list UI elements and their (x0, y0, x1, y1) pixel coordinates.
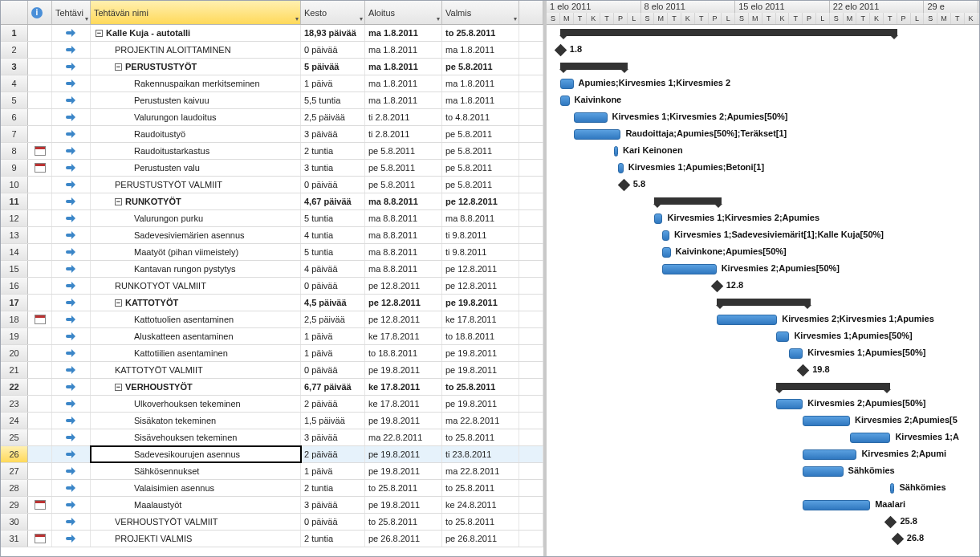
finish-cell[interactable]: ti 9.8.2011 (442, 227, 519, 243)
duration-cell[interactable]: 0 päivää (301, 278, 365, 294)
finish-cell[interactable]: ke 17.8.2011 (442, 311, 519, 327)
start-cell[interactable]: pe 26.8.2011 (365, 531, 442, 547)
task-name-cell[interactable]: Maalaustyöt (91, 497, 301, 513)
gantt-task-bar[interactable] (890, 483, 894, 494)
finish-cell[interactable]: ke 24.8.2011 (442, 497, 519, 513)
gantt-row[interactable]: Kari Keinonen (547, 143, 979, 160)
task-row[interactable]: 24Sisäkaton tekeminen1,5 päivääpe 19.8.2… (1, 413, 543, 429)
collapse-toggle[interactable]: − (115, 299, 122, 307)
extra-cell[interactable] (519, 278, 543, 294)
row-number[interactable]: 5 (1, 92, 28, 108)
gantt-task-bar[interactable] (574, 129, 621, 140)
task-row[interactable]: 26Sadevesikourujen asennus2 päivääpe 19.… (1, 446, 543, 463)
finish-cell[interactable]: pe 5.8.2011 (442, 160, 519, 176)
gantt-milestone[interactable] (555, 44, 567, 57)
task-name-cell[interactable]: −Kalle Kuja - autotalli (91, 25, 301, 41)
duration-cell[interactable]: 2 päivää (301, 396, 365, 412)
finish-cell[interactable]: to 18.8.2011 (442, 328, 519, 344)
task-row[interactable]: 14Maatyöt (pihan viimeistely)5 tuntiama … (1, 244, 543, 261)
task-name-cell[interactable]: PROJEKTI VALMIS (91, 531, 301, 547)
gantt-task-bar[interactable] (614, 146, 618, 157)
extra-cell[interactable] (519, 160, 543, 176)
task-row[interactable]: 29Maalaustyöt3 päivääpe 19.8.2011ke 24.8… (1, 497, 543, 514)
row-number[interactable]: 18 (1, 311, 28, 327)
task-row[interactable]: 21KATTOTYÖT VALMIIT0 päivääpe 19.8.2011p… (1, 362, 543, 379)
row-number[interactable]: 17 (1, 295, 28, 311)
task-row[interactable]: 12Valurungon purku5 tuntiama 8.8.2011ma … (1, 210, 543, 227)
task-name-cell[interactable]: PROJEKTIN ALOITTAMINEN (91, 42, 301, 58)
row-number[interactable]: 26 (1, 446, 28, 462)
row-number[interactable]: 7 (1, 126, 28, 142)
duration-cell[interactable]: 4,5 päivää (301, 295, 365, 311)
duration-cell[interactable]: 4,67 päivää (301, 193, 365, 209)
gantt-row[interactable]: Kirvesmies 1;Sadevesiviemärit[1];Kalle K… (547, 227, 979, 244)
duration-cell[interactable]: 2 tuntia (301, 143, 365, 159)
gantt-task-bar[interactable] (789, 348, 803, 359)
finish-cell[interactable]: ti 23.8.2011 (442, 446, 519, 462)
extra-cell[interactable] (519, 396, 543, 412)
gantt-row[interactable]: Apumies;Kirvesmies 1;Kirvesmies 2 (547, 75, 979, 92)
duration-cell[interactable]: 6,77 päivää (301, 379, 365, 395)
task-row[interactable]: 20Kattotiilien asentaminen1 päiväto 18.8… (1, 345, 543, 362)
col-tehtavan-nimi[interactable]: Tehtävän nimi▾ (91, 1, 301, 24)
row-number[interactable]: 25 (1, 429, 28, 445)
gantt-row[interactable] (547, 295, 979, 311)
gantt-row[interactable]: Kirvesmies 1;Apumies;Betoni[1] (547, 160, 979, 177)
gantt-task-bar[interactable] (574, 112, 608, 123)
gantt-row[interactable]: Raudoittaja;Apumies[50%];Teräkset[1] (547, 126, 979, 143)
finish-cell[interactable]: pe 19.8.2011 (442, 345, 519, 361)
gantt-task-bar[interactable] (717, 315, 778, 325)
row-number[interactable]: 2 (1, 42, 28, 58)
gantt-task-bar[interactable] (803, 449, 856, 460)
row-number[interactable]: 12 (1, 210, 28, 226)
task-name-cell[interactable]: Kattotiilien asentaminen (91, 345, 301, 361)
start-cell[interactable]: pe 19.8.2011 (365, 413, 442, 429)
row-number[interactable]: 4 (1, 75, 28, 91)
extra-cell[interactable] (519, 429, 543, 445)
gantt-task-bar[interactable] (560, 96, 570, 106)
extra-cell[interactable] (519, 143, 543, 159)
gantt-row[interactable]: Maalari (547, 497, 979, 514)
task-name-cell[interactable]: Aluskatteen asentaminen (91, 328, 301, 344)
duration-cell[interactable]: 1 päivä (301, 75, 365, 91)
task-name-cell[interactable]: Sähkösennukset (91, 463, 301, 479)
gantt-row[interactable]: 19.8 (547, 362, 979, 379)
duration-cell[interactable]: 0 päivää (301, 42, 365, 58)
task-name-cell[interactable]: −KATTOTYÖT (91, 295, 301, 311)
start-cell[interactable]: ma 1.8.2011 (365, 59, 442, 75)
task-name-cell[interactable]: Ulkoverhouksen tekeminen (91, 396, 301, 412)
grid-body[interactable]: 1−Kalle Kuja - autotalli18,93 päivääma 1… (1, 25, 543, 556)
finish-cell[interactable]: to 4.8.2011 (442, 109, 519, 125)
extra-cell[interactable] (519, 261, 543, 277)
task-row[interactable]: 8Raudoitustarkastus2 tuntiape 5.8.2011pe… (1, 143, 543, 160)
row-number[interactable]: 15 (1, 261, 28, 277)
gantt-task-bar[interactable] (662, 247, 670, 258)
task-name-cell[interactable]: Valurungon purku (91, 210, 301, 226)
duration-cell[interactable]: 4 tuntia (301, 227, 365, 243)
task-name-cell[interactable]: Sadevesikourujen asennus (91, 446, 301, 462)
duration-cell[interactable]: 5,5 tuntia (301, 92, 365, 108)
gantt-task-bar[interactable] (803, 416, 850, 426)
extra-cell[interactable] (519, 210, 543, 226)
finish-cell[interactable]: pe 19.8.2011 (442, 362, 519, 378)
task-row[interactable]: 18Kattotuolien asentaminen2,5 päivääpe 1… (1, 311, 543, 328)
col-extra[interactable] (519, 1, 543, 24)
finish-cell[interactable]: to 25.8.2011 (442, 480, 519, 496)
finish-cell[interactable]: ma 1.8.2011 (442, 42, 519, 58)
row-number[interactable]: 8 (1, 143, 28, 159)
gantt-row[interactable]: Kirvesmies 1;Apumies[50%] (547, 345, 979, 362)
gantt-milestone[interactable] (797, 364, 810, 377)
extra-cell[interactable] (519, 59, 543, 75)
start-cell[interactable]: ma 8.8.2011 (365, 261, 442, 277)
finish-cell[interactable]: to 25.8.2011 (442, 514, 519, 530)
task-name-cell[interactable]: Perustusten valu (91, 160, 301, 176)
finish-cell[interactable]: pe 5.8.2011 (442, 126, 519, 142)
gantt-row[interactable]: Kirvesmies 1;Kirvesmies 2;Apumies (547, 210, 979, 227)
row-number[interactable]: 30 (1, 514, 28, 530)
gantt-row[interactable]: 5.8 (547, 177, 979, 193)
extra-cell[interactable] (519, 446, 543, 462)
gantt-task-bar[interactable] (662, 230, 669, 241)
duration-cell[interactable]: 2,5 päivää (301, 311, 365, 327)
task-row[interactable]: 30VERHOUSTYÖT VALMIIT0 päivääto 25.8.201… (1, 514, 543, 531)
extra-cell[interactable] (519, 244, 543, 260)
